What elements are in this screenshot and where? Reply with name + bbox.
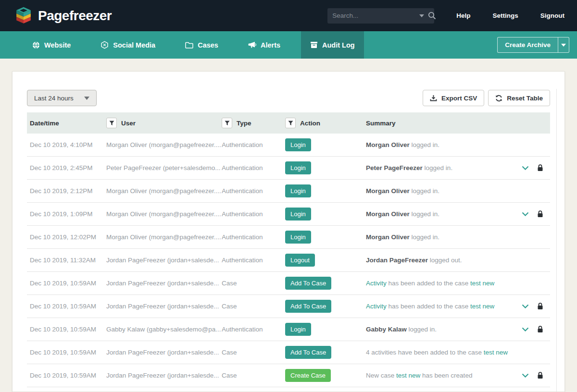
- row-summary: Activity has been added to the case test…: [366, 303, 518, 310]
- filter-action-button[interactable]: [285, 118, 296, 128]
- row-type: Case: [222, 349, 285, 356]
- expand-chevron-icon[interactable]: [522, 166, 529, 170]
- row-user: Jordan PageFreezer (jordan+salesde...: [106, 372, 222, 379]
- row-datetime: Dec 10 2019, 10:59AM: [27, 349, 106, 356]
- megaphone-icon: [248, 41, 256, 49]
- row-datetime: Dec 10 2019, 1:09PM: [27, 210, 106, 218]
- scroll-track[interactable]: [556, 89, 557, 392]
- nav-label: Alerts: [261, 41, 280, 49]
- nav-item-social-media[interactable]: Social Media: [91, 31, 164, 59]
- settings-link[interactable]: Settings: [492, 12, 518, 19]
- row-user: Morgan Oliver (morgan@pagefreezer....: [106, 141, 222, 148]
- action-badge: Login: [285, 138, 311, 151]
- nav-label: Social Media: [113, 41, 155, 49]
- pagefreezer-logo[interactable]: Pagefreezer: [13, 6, 112, 26]
- export-csv-label: Export CSV: [441, 95, 477, 102]
- lock-icon: [537, 326, 543, 333]
- row-datetime: Dec 10 2019, 10:59AM: [27, 303, 106, 310]
- hexagon-icon: [100, 41, 109, 49]
- reset-table-label: Reset Table: [507, 95, 543, 102]
- nav-item-audit-log[interactable]: Audit Log: [301, 31, 364, 59]
- archive-icon: [310, 41, 318, 49]
- row-summary: Gabby Kalaw logged in.: [366, 326, 518, 333]
- export-csv-button[interactable]: Export CSV: [423, 90, 484, 106]
- row-summary: 4 activities have been added to the case…: [366, 349, 518, 356]
- row-type: Case: [222, 372, 285, 379]
- nav-item-cases[interactable]: Cases: [176, 31, 227, 59]
- row-type: Authentication: [222, 210, 285, 218]
- lock-icon: [537, 372, 543, 379]
- main-nav: Website Social Media Cases Alerts: [0, 31, 577, 59]
- row-type: Authentication: [222, 326, 285, 333]
- nav-item-website[interactable]: Website: [23, 31, 80, 59]
- row-user: Jordan PageFreezer (jordan+salesde...: [106, 257, 222, 264]
- lock-icon: [537, 303, 543, 310]
- expand-chevron-icon[interactable]: [522, 304, 529, 308]
- help-link[interactable]: Help: [456, 12, 470, 19]
- action-badge: Add To Case: [285, 300, 331, 313]
- row-type: Authentication: [222, 187, 285, 195]
- action-badge: Login: [285, 184, 311, 197]
- toolbar: Last 24 hours Export CSV: [27, 90, 550, 106]
- pagefreezer-logo-icon: [13, 6, 34, 26]
- search-input[interactable]: [332, 12, 417, 19]
- row-summary: Jordan PageFreezer logged out.: [366, 257, 518, 264]
- expand-chevron-icon[interactable]: [522, 373, 529, 378]
- nav-label: Cases: [198, 41, 218, 49]
- table-row: Dec 10 2019, 12:02PM Morgan Oliver (morg…: [27, 226, 550, 249]
- create-archive-caret-icon[interactable]: [558, 37, 569, 53]
- action-badge: Login: [285, 161, 311, 174]
- column-header-datetime: Date/time: [27, 120, 106, 127]
- row-summary: Morgan Oliver logged in.: [366, 210, 518, 218]
- table-row: Dec 10 2019, 10:59AM Jordan PageFreezer …: [27, 364, 550, 387]
- row-summary: Morgan Oliver logged in.: [366, 233, 518, 241]
- table-body: Dec 10 2019, 4:10PM Morgan Oliver (morga…: [27, 134, 550, 387]
- globe-icon: [32, 41, 40, 49]
- select-caret-icon: [84, 97, 89, 100]
- table-row: Dec 10 2019, 10:59AM Gabby Kalaw (gabby+…: [27, 318, 550, 341]
- table-row: Dec 10 2019, 2:12PM Morgan Oliver (morga…: [27, 180, 550, 203]
- row-type: Case: [222, 303, 285, 310]
- row-summary: Activity has been added to the case test…: [366, 280, 518, 287]
- row-user: Morgan Oliver (morgan@pagefreezer....: [106, 210, 222, 218]
- row-summary: Peter PageFreezer logged in.: [366, 164, 518, 172]
- table-row: Dec 10 2019, 10:59AM Jordan PageFreezer …: [27, 272, 550, 295]
- folder-icon: [185, 42, 193, 49]
- nav-item-alerts[interactable]: Alerts: [239, 31, 289, 59]
- reset-table-button[interactable]: Reset Table: [488, 90, 550, 106]
- create-archive-button[interactable]: Create Archive: [497, 37, 558, 53]
- refresh-icon: [495, 95, 502, 102]
- row-user: Morgan Oliver (morgan@pagefreezer....: [106, 187, 222, 195]
- brand-name: Pagefreezer: [38, 8, 112, 24]
- row-datetime: Dec 10 2019, 4:10PM: [27, 141, 106, 148]
- row-user: Gabby Kalaw (gabby+salesdemo@pa...: [106, 326, 222, 333]
- lock-icon: [537, 210, 543, 218]
- expand-chevron-icon[interactable]: [522, 212, 529, 216]
- nav-label: Website: [44, 41, 71, 49]
- table-row: Dec 10 2019, 10:59AM Jordan PageFreezer …: [27, 295, 550, 318]
- filter-user-button[interactable]: [106, 118, 117, 128]
- download-icon: [430, 95, 437, 102]
- row-summary: Morgan Oliver logged in.: [366, 187, 518, 195]
- column-header-summary: Summary: [366, 120, 518, 127]
- table-row: Dec 10 2019, 11:32AM Jordan PageFreezer …: [27, 249, 550, 272]
- action-badge: Add To Case: [285, 277, 331, 290]
- action-badge: Login: [285, 323, 311, 336]
- table-row: Dec 10 2019, 4:10PM Morgan Oliver (morga…: [27, 134, 550, 157]
- action-badge: Login: [285, 208, 311, 220]
- row-datetime: Dec 10 2019, 10:59AM: [27, 326, 106, 333]
- row-user: Jordan PageFreezer (jordan+salesde...: [106, 349, 222, 356]
- expand-chevron-icon[interactable]: [522, 327, 529, 331]
- time-range-select[interactable]: Last 24 hours: [27, 90, 97, 106]
- row-type: Authentication: [222, 164, 285, 172]
- filter-type-button[interactable]: [222, 118, 232, 128]
- table-row: Dec 10 2019, 2:45PM Peter PageFreezer (p…: [27, 157, 550, 180]
- topbar: Pagefreezer Help Settings Signout: [0, 0, 577, 31]
- row-datetime: Dec 10 2019, 2:45PM: [27, 164, 106, 172]
- table-header: Date/time User Type Action: [27, 112, 550, 134]
- action-badge: Create Case: [285, 369, 331, 382]
- signout-link[interactable]: Signout: [540, 12, 564, 19]
- search-scope-caret-icon[interactable]: [419, 14, 424, 17]
- row-type: Case: [222, 280, 285, 287]
- column-header-user: User: [106, 118, 222, 128]
